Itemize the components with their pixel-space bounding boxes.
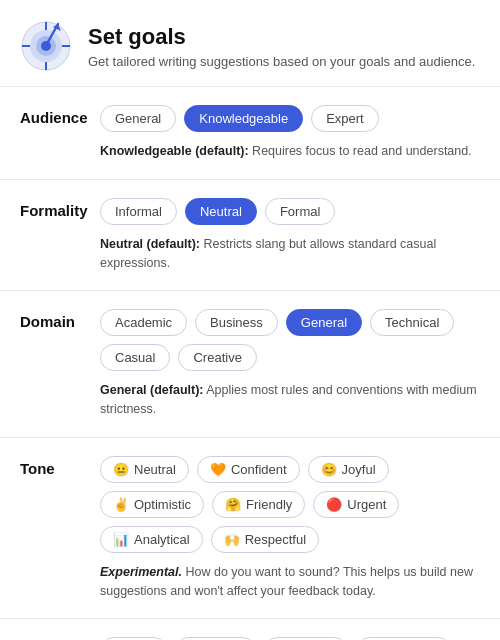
audience-content: General Knowledgeable Expert Knowledgeab… [100,105,480,161]
domain-section: Domain Academic Business General Technic… [0,291,500,438]
domain-chip-academic[interactable]: Academic [100,309,187,336]
domain-description: General (default): Applies most rules an… [100,381,480,419]
audience-description: Knowledgeable (default): Requires focus … [100,142,480,161]
tone-chip-analytical[interactable]: 📊 Analytical [100,526,203,553]
tone-chip-joyful[interactable]: 😊 Joyful [308,456,389,483]
domain-chip-business[interactable]: Business [195,309,278,336]
svg-point-3 [41,41,51,51]
formality-description: Neutral (default): Restricts slang but a… [100,235,480,273]
domain-chip-creative[interactable]: Creative [178,344,256,371]
tone-chip-optimistic[interactable]: ✌️ Optimistic [100,491,204,518]
tone-content: 😐 Neutral 🧡 Confident 😊 Joyful ✌️ Optimi… [100,456,480,601]
tone-chips: 😐 Neutral 🧡 Confident 😊 Joyful ✌️ Optimi… [100,456,480,553]
header-icon [20,20,72,72]
formality-chip-neutral[interactable]: Neutral [185,198,257,225]
audience-section: Audience General Knowledgeable Expert Kn… [0,87,500,180]
intent-section: Intent Inform Describe Convince Tell A S… [0,619,500,640]
audience-chip-general[interactable]: General [100,105,176,132]
tone-chip-respectful[interactable]: 🙌 Respectful [211,526,319,553]
formality-chip-formal[interactable]: Formal [265,198,335,225]
audience-chips: General Knowledgeable Expert [100,105,480,132]
tone-chip-confident[interactable]: 🧡 Confident [197,456,300,483]
domain-chips: Academic Business General Technical Casu… [100,309,480,371]
page-subtitle: Get tailored writing suggestions based o… [88,54,475,69]
audience-desc-bold: Knowledgeable (default): [100,144,249,158]
formality-content: Informal Neutral Formal Neutral (default… [100,198,480,273]
audience-chip-knowledgeable[interactable]: Knowledgeable [184,105,303,132]
formality-chip-informal[interactable]: Informal [100,198,177,225]
audience-chip-expert[interactable]: Expert [311,105,379,132]
tone-label: Tone [20,456,100,477]
domain-desc-bold: General (default): [100,383,204,397]
audience-label: Audience [20,105,100,126]
domain-chip-technical[interactable]: Technical [370,309,454,336]
domain-chip-general[interactable]: General [286,309,362,336]
audience-desc-text: Requires focus to read and understand. [249,144,472,158]
formality-label: Formality [20,198,100,219]
tone-chip-friendly[interactable]: 🤗 Friendly [212,491,305,518]
domain-label: Domain [20,309,100,330]
tone-chip-neutral[interactable]: 😐 Neutral [100,456,189,483]
page-title: Set goals [88,24,475,50]
domain-content: Academic Business General Technical Casu… [100,309,480,419]
formality-section: Formality Informal Neutral Formal Neutra… [0,180,500,292]
tone-desc-italic: Experimental. [100,565,182,579]
formality-chips: Informal Neutral Formal [100,198,480,225]
header: Set goals Get tailored writing suggestio… [0,0,500,87]
domain-chip-casual[interactable]: Casual [100,344,170,371]
header-text: Set goals Get tailored writing suggestio… [88,24,475,69]
tone-chip-urgent[interactable]: 🔴 Urgent [313,491,399,518]
formality-desc-bold: Neutral (default): [100,237,200,251]
tone-section: Tone 😐 Neutral 🧡 Confident 😊 Joyful ✌️ O… [0,438,500,620]
tone-description: Experimental. How do you want to sound? … [100,563,480,601]
